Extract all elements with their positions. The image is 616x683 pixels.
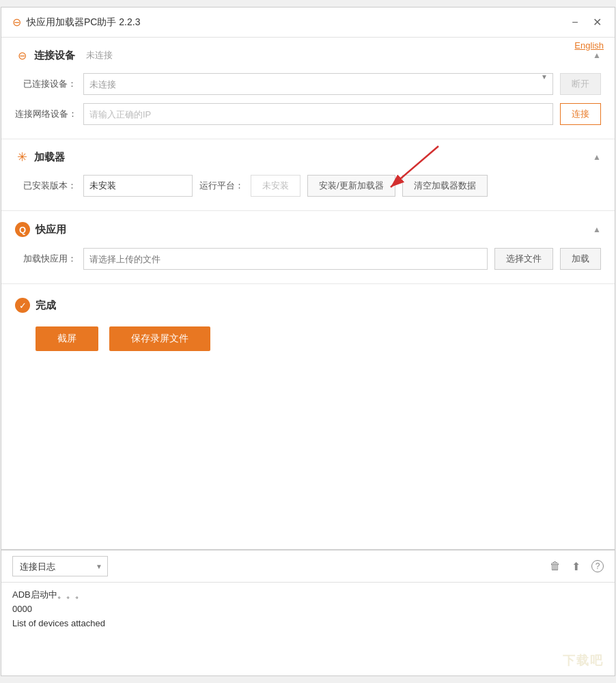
platform-value-button: 未安装 bbox=[251, 175, 300, 197]
title-bar: ⊖ 快应用加载器PC助手 2.2.3 − ✕ bbox=[1, 8, 615, 38]
complete-icon: ✓ bbox=[15, 298, 30, 313]
screenshot-button[interactable]: 截屏 bbox=[36, 326, 98, 351]
connect-section-header: ⊖ 连接设备 未连接 ▲ bbox=[15, 48, 601, 62]
complete-buttons: 截屏 保存录屏文件 bbox=[36, 326, 601, 351]
log-content: ADB启动中。。。 0000 List of devices attached bbox=[1, 583, 615, 675]
loader-section-header: ✳ 加载器 ▲ bbox=[15, 150, 601, 164]
device-select[interactable]: 未连接 bbox=[83, 73, 553, 95]
watermark: 下载吧 bbox=[563, 652, 604, 669]
bottom-toolbar: 连接日志 运行日志 ▼ 🗑 ⬆ ? bbox=[1, 550, 615, 583]
quickapp-load-label: 加载快应用： bbox=[15, 253, 76, 265]
upload-icon[interactable]: ⬆ bbox=[572, 560, 580, 573]
help-icon[interactable]: ? bbox=[591, 560, 604, 572]
complete-section: ✓ 完成 截屏 保存录屏文件 bbox=[1, 284, 615, 367]
title-bar-right: − ✕ bbox=[568, 16, 604, 29]
connect-chevron-icon[interactable]: ▲ bbox=[593, 51, 601, 60]
log-line-2: 0000 bbox=[12, 602, 604, 617]
network-ip-input[interactable] bbox=[83, 103, 553, 125]
main-content: ⊖ 连接设备 未连接 ▲ 已连接设备： 未连接 ▼ 断开 连接网络 bbox=[1, 38, 615, 549]
log-line-3: List of devices attached bbox=[12, 617, 604, 631]
app-window: ⊖ 快应用加载器PC助手 2.2.3 − ✕ English ⊖ 连接设备 未连… bbox=[1, 7, 615, 676]
red-arrow-annotation bbox=[329, 133, 466, 214]
loader-chevron-icon[interactable]: ▲ bbox=[593, 152, 601, 162]
platform-label: 运行平台： bbox=[199, 180, 244, 192]
connect-title-area: ⊖ 连接设备 未连接 bbox=[15, 48, 113, 62]
bottom-icons: 🗑 ⬆ ? bbox=[550, 560, 604, 573]
load-app-button[interactable]: 加载 bbox=[560, 248, 601, 270]
loader-title: 加载器 bbox=[34, 151, 65, 164]
quickapp-section: Q 快应用 ▲ 加载快应用： 选择文件 加载 bbox=[1, 211, 615, 284]
loader-form-row: 已安装版本： 运行平台： 未安装 安装/更新加载器 清空加载器数据 bbox=[15, 175, 601, 197]
network-form-row: 连接网络设备： 连接 bbox=[15, 103, 601, 125]
log-line-1: ADB启动中。。。 bbox=[12, 588, 604, 602]
loader-title-area: ✳ 加载器 bbox=[15, 150, 65, 164]
log-type-select[interactable]: 连接日志 运行日志 bbox=[12, 556, 108, 576]
device-label: 已连接设备： bbox=[15, 78, 76, 90]
close-button[interactable]: ✕ bbox=[590, 16, 604, 29]
network-label: 连接网络设备： bbox=[15, 108, 76, 120]
title-bar-left: ⊖ 快应用加载器PC助手 2.2.3 bbox=[12, 16, 140, 29]
bottom-panel: 连接日志 运行日志 ▼ 🗑 ⬆ ? ADB启动中。。。 0000 List of… bbox=[1, 549, 615, 675]
clear-loader-button[interactable]: 清空加载器数据 bbox=[402, 175, 488, 197]
quickapp-icon: Q bbox=[15, 222, 30, 237]
loader-installed-input[interactable] bbox=[83, 175, 193, 197]
quickapp-title-area: Q 快应用 bbox=[15, 222, 66, 237]
loader-installed-label: 已安装版本： bbox=[15, 180, 76, 192]
device-select-wrapper: 未连接 ▼ bbox=[83, 73, 553, 95]
quickapp-form-row: 加载快应用： 选择文件 加载 bbox=[15, 248, 601, 270]
install-loader-button[interactable]: 安装/更新加载器 bbox=[307, 175, 395, 197]
app-icon: ⊖ bbox=[12, 16, 21, 29]
complete-header: ✓ 完成 bbox=[15, 298, 601, 313]
quickapp-section-header: Q 快应用 ▲ bbox=[15, 222, 601, 237]
connect-title: 连接设备 bbox=[34, 49, 75, 62]
disconnect-button[interactable]: 断开 bbox=[560, 73, 601, 95]
loader-section: ✳ 加载器 ▲ 已安装版本： 运行平台： 未安装 安装/更新加载器 清空加载器数… bbox=[1, 139, 615, 211]
connect-button[interactable]: 连接 bbox=[560, 103, 601, 125]
log-select-wrapper: 连接日志 运行日志 ▼ bbox=[12, 556, 108, 576]
save-recording-button[interactable]: 保存录屏文件 bbox=[109, 326, 210, 351]
connect-icon: ⊖ bbox=[15, 48, 29, 62]
language-selector[interactable]: English bbox=[574, 40, 604, 51]
minimize-button[interactable]: − bbox=[568, 16, 582, 29]
quickapp-chevron-icon[interactable]: ▲ bbox=[593, 225, 601, 234]
complete-title: 完成 bbox=[36, 299, 56, 312]
connect-section: ⊖ 连接设备 未连接 ▲ 已连接设备： 未连接 ▼ 断开 连接网络 bbox=[1, 38, 615, 139]
connect-status: 未连接 bbox=[86, 49, 113, 61]
select-file-button[interactable]: 选择文件 bbox=[494, 248, 553, 270]
quickapp-title: 快应用 bbox=[36, 223, 66, 236]
loader-icon: ✳ bbox=[15, 150, 29, 164]
trash-icon[interactable]: 🗑 bbox=[550, 560, 561, 572]
app-title: 快应用加载器PC助手 2.2.3 bbox=[27, 16, 140, 29]
device-form-row: 已连接设备： 未连接 ▼ 断开 bbox=[15, 73, 601, 95]
quickapp-file-input[interactable] bbox=[83, 248, 488, 270]
